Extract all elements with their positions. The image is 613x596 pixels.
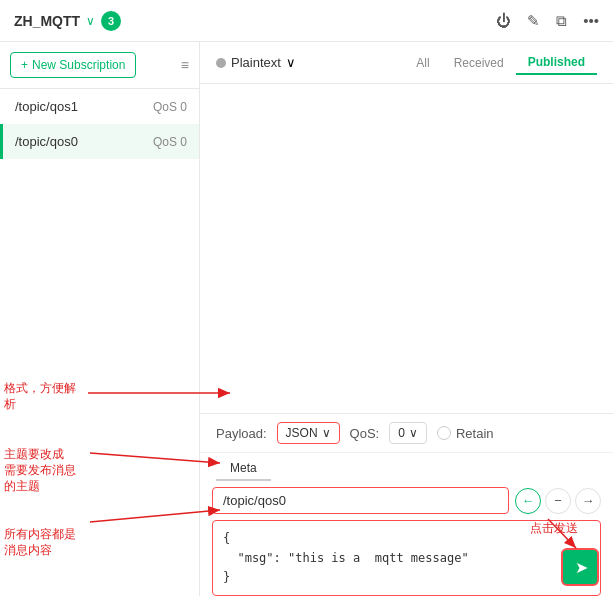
main-layout: + + New Subscription ≡ /topic/qos1 QoS 0…	[0, 42, 613, 596]
payload-format-value: JSON	[286, 426, 318, 440]
qos-badge: QoS 0	[153, 135, 187, 149]
qos-badge: QoS 0	[153, 100, 187, 114]
topbar-right: ⏻ ✎ ⧉ •••	[496, 12, 599, 30]
tab-meta[interactable]: Meta	[216, 457, 271, 481]
payload-label: Payload:	[216, 426, 267, 441]
status-dot	[216, 58, 226, 68]
connection-badge: 3	[101, 11, 121, 31]
retain-checkbox[interactable]	[437, 426, 451, 440]
topic-input[interactable]	[212, 487, 509, 514]
new-subscription-button[interactable]: + + New Subscription	[10, 52, 136, 78]
tab-group: All Received Published	[404, 51, 597, 75]
nav-next-button[interactable]: →	[575, 488, 601, 514]
topic-item[interactable]: /topic/qos0 QoS 0	[0, 124, 199, 159]
send-button[interactable]: ➤	[561, 548, 599, 586]
topic-nav-icons: ← − →	[515, 488, 601, 514]
edit-icon[interactable]: ✎	[527, 12, 540, 30]
payload-format-select[interactable]: JSON ∨	[277, 422, 340, 444]
qos-select[interactable]: 0 ∨	[389, 422, 427, 444]
payload-input-area[interactable]: { "msg": "this is a mqtt message"}	[212, 520, 601, 596]
compose-tabs: Meta	[200, 453, 613, 481]
plaintext-label: Plaintext	[231, 55, 281, 70]
topic-name: /topic/qos1	[15, 99, 78, 114]
sidebar: + + New Subscription ≡ /topic/qos1 QoS 0…	[0, 42, 200, 596]
list-icon[interactable]: ≡	[181, 57, 189, 73]
send-icon: ➤	[575, 558, 588, 577]
more-icon[interactable]: •••	[583, 12, 599, 29]
plus-icon: +	[21, 58, 28, 72]
topbar: ZH_MQTT ∨ 3 ⏻ ✎ ⧉ •••	[0, 0, 613, 42]
topic-input-row: ← − →	[200, 481, 613, 520]
compose-toolbar: Payload: JSON ∨ QoS: 0 ∨ Retain	[200, 414, 613, 453]
nav-minus-button[interactable]: −	[545, 488, 571, 514]
window-icon[interactable]: ⧉	[556, 12, 567, 30]
power-icon[interactable]: ⏻	[496, 12, 511, 29]
topic-item[interactable]: /topic/qos1 QoS 0	[0, 89, 199, 124]
app-name: ZH_MQTT	[14, 13, 80, 29]
tab-received[interactable]: Received	[442, 51, 516, 75]
payload-format-chevron-icon: ∨	[322, 426, 331, 440]
topbar-left: ZH_MQTT ∨ 3	[14, 11, 121, 31]
compose-area: Payload: JSON ∨ QoS: 0 ∨ Retain Meta	[200, 413, 613, 596]
nav-prev-button[interactable]: ←	[515, 488, 541, 514]
sidebar-header: + + New Subscription ≡	[0, 42, 199, 89]
retain-label: Retain	[456, 426, 494, 441]
chevron-down-icon[interactable]: ∨	[86, 14, 95, 28]
retain-group: Retain	[437, 426, 494, 441]
tab-published[interactable]: Published	[516, 51, 597, 75]
qos-value: 0	[398, 426, 405, 440]
plaintext-selector[interactable]: Plaintext ∨	[216, 55, 296, 70]
right-panel: Plaintext ∨ All Received Published Paylo…	[200, 42, 613, 596]
plaintext-chevron-icon: ∨	[286, 55, 296, 70]
topic-name: /topic/qos0	[15, 134, 78, 149]
qos-chevron-icon: ∨	[409, 426, 418, 440]
messages-area	[200, 84, 613, 413]
qos-label: QoS:	[350, 426, 380, 441]
tab-all[interactable]: All	[404, 51, 441, 75]
right-header: Plaintext ∨ All Received Published	[200, 42, 613, 84]
